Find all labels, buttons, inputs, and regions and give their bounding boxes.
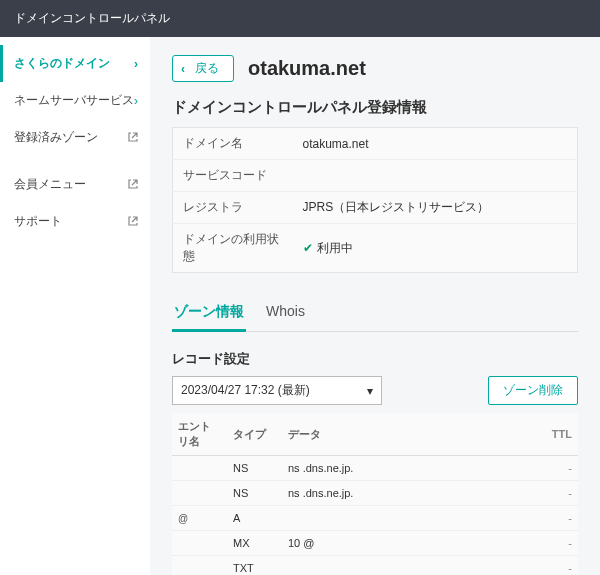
external-link-icon <box>128 178 138 192</box>
col-ttl: TTL <box>538 413 578 456</box>
info-value <box>293 160 578 192</box>
sidebar-item-label: サポート <box>14 213 62 230</box>
tab-zone-info[interactable]: ゾーン情報 <box>172 295 246 332</box>
records-controls: 2023/04/27 17:32 (最新) ▾ ゾーン削除 <box>172 376 578 405</box>
sidebar-item-label: 会員メニュー <box>14 176 86 193</box>
info-key: ドメイン名 <box>173 128 293 160</box>
info-row-service-code: サービスコード <box>173 160 578 192</box>
record-row: TXT- <box>172 556 578 576</box>
info-key: ドメインの利用状態 <box>173 224 293 273</box>
col-data: データ <box>282 413 538 456</box>
info-key: サービスコード <box>173 160 293 192</box>
chevron-right-icon: › <box>134 94 138 108</box>
snapshot-select[interactable]: 2023/04/27 17:32 (最新) ▾ <box>172 376 382 405</box>
main-content: ‹ 戻る otakuma.net ドメインコントロールパネル登録情報 ドメイン名… <box>150 37 600 575</box>
back-label: 戻る <box>195 60 219 77</box>
topbar: ドメインコントロールパネル <box>0 0 600 37</box>
records-table: エントリ名 タイプ データ TTL NSns .dns.ne.jp.- NSns… <box>172 413 578 575</box>
col-entry: エントリ名 <box>172 413 227 456</box>
info-row-registrar: レジストラ JPRS（日本レジストリサービス） <box>173 192 578 224</box>
info-row-domain-name: ドメイン名 otakuma.net <box>173 128 578 160</box>
back-button[interactable]: ‹ 戻る <box>172 55 234 82</box>
sidebar-item-member-menu[interactable]: 会員メニュー <box>0 166 150 203</box>
info-table: ドメイン名 otakuma.net サービスコード レジストラ JPRS（日本レ… <box>172 127 578 273</box>
record-row: NSns .dns.ne.jp.- <box>172 481 578 506</box>
record-row: @A- <box>172 506 578 531</box>
topbar-title: ドメインコントロールパネル <box>14 11 170 25</box>
sidebar-item-label: ネームサーバサービス <box>14 92 134 109</box>
sidebar-item-nameserver[interactable]: ネームサーバサービス › <box>0 82 150 119</box>
check-icon: ✔ <box>303 241 313 255</box>
col-type: タイプ <box>227 413 282 456</box>
chevron-left-icon: ‹ <box>181 62 185 76</box>
record-row: MX10 @- <box>172 531 578 556</box>
info-row-status: ドメインの利用状態 ✔利用中 <box>173 224 578 273</box>
zone-delete-button[interactable]: ゾーン削除 <box>488 376 578 405</box>
snapshot-value: 2023/04/27 17:32 (最新) <box>181 382 310 399</box>
record-row: NSns .dns.ne.jp.- <box>172 456 578 481</box>
info-section-title: ドメインコントロールパネル登録情報 <box>172 98 578 117</box>
info-value: ✔利用中 <box>293 224 578 273</box>
chevron-right-icon: › <box>134 57 138 71</box>
sidebar: さくらのドメイン › ネームサーバサービス › 登録済みゾーン 会員メニュー サ… <box>0 37 150 575</box>
external-link-icon <box>128 215 138 229</box>
records-heading: レコード設定 <box>172 350 578 368</box>
tab-whois[interactable]: Whois <box>264 295 307 331</box>
chevron-down-icon: ▾ <box>367 384 373 398</box>
sidebar-item-domain[interactable]: さくらのドメイン › <box>0 45 150 82</box>
sidebar-item-label: さくらのドメイン <box>14 55 110 72</box>
info-key: レジストラ <box>173 192 293 224</box>
external-link-icon <box>128 131 138 145</box>
tabs: ゾーン情報 Whois <box>172 295 578 332</box>
info-value: JPRS（日本レジストリサービス） <box>293 192 578 224</box>
sidebar-item-registered-zone[interactable]: 登録済みゾーン <box>0 119 150 156</box>
info-value: otakuma.net <box>293 128 578 160</box>
sidebar-item-label: 登録済みゾーン <box>14 129 98 146</box>
sidebar-item-support[interactable]: サポート <box>0 203 150 240</box>
domain-title: otakuma.net <box>248 57 366 80</box>
page-header: ‹ 戻る otakuma.net <box>172 55 578 82</box>
